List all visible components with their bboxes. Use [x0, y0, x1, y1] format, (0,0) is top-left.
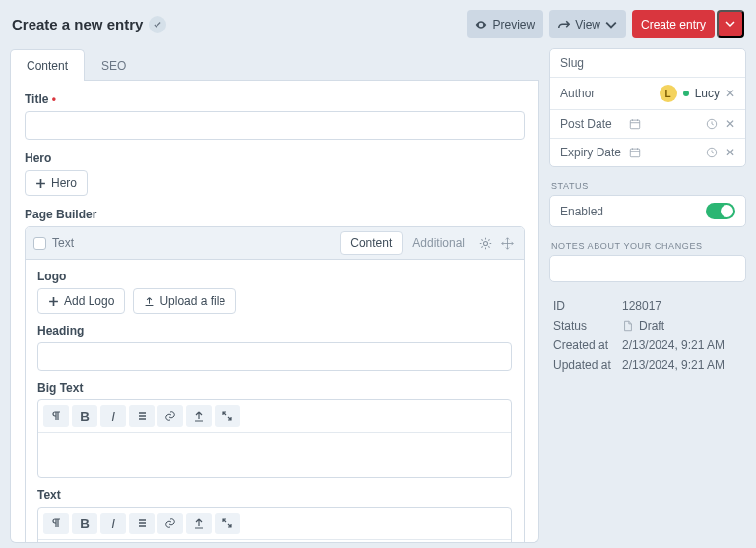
svg-rect-1 — [630, 120, 639, 129]
rte-upload-button[interactable] — [186, 405, 212, 427]
rte-link-button[interactable] — [158, 405, 183, 427]
upload-file-button[interactable]: Upload a file — [133, 288, 236, 314]
text-editor[interactable]: B I — [37, 507, 512, 543]
block-tab-additional[interactable]: Additional — [403, 232, 474, 254]
sidebar: Slug Author L Lucy ✕ Post Date ✕ — [549, 48, 746, 543]
rte-list-button[interactable] — [129, 513, 155, 534]
main-tabs: Content SEO — [10, 48, 539, 81]
updated-value: 2/13/2024, 9:21 AM — [622, 358, 742, 372]
tab-seo[interactable]: SEO — [85, 49, 143, 81]
close-icon[interactable]: ✕ — [725, 87, 735, 100]
rte-paragraph-button[interactable] — [43, 513, 69, 534]
author-name: Lucy — [695, 87, 720, 100]
svg-rect-3 — [630, 149, 639, 157]
preview-button[interactable]: Preview — [467, 10, 543, 38]
created-value: 2/13/2024, 9:21 AM — [622, 338, 742, 352]
plus-icon — [35, 178, 46, 189]
logo-label: Logo — [37, 270, 512, 283]
close-icon[interactable]: ✕ — [725, 117, 735, 131]
title-input[interactable] — [25, 111, 525, 140]
calendar-icon[interactable] — [629, 147, 641, 158]
expiry-label: Expiry Date — [560, 146, 621, 159]
rte-paragraph-button[interactable] — [43, 405, 69, 427]
chevron-down-icon — [605, 19, 617, 30]
status-heading: STATUS — [549, 175, 746, 195]
check-icon — [149, 16, 166, 33]
text-label: Text — [37, 488, 512, 502]
page-title: Create a new entry — [12, 16, 143, 32]
created-label: Created at — [553, 338, 622, 352]
block-tab-content[interactable]: Content — [340, 231, 403, 255]
entry-meta: ID 128017 Status Draft Created at 2/13/2… — [549, 294, 746, 377]
page-builder-label: Page Builder — [25, 208, 525, 221]
rte-italic-button[interactable]: I — [100, 513, 126, 534]
status-label: Status — [553, 319, 622, 333]
document-icon — [622, 320, 634, 332]
add-logo-button[interactable]: Add Logo — [37, 288, 125, 314]
create-entry-caret[interactable] — [717, 10, 744, 38]
rte-bold-button[interactable]: B — [72, 513, 97, 534]
plus-icon — [48, 296, 59, 307]
heading-input[interactable] — [37, 342, 512, 371]
svg-point-0 — [483, 241, 487, 245]
rte-upload-button[interactable] — [186, 513, 212, 534]
clock-icon[interactable] — [706, 118, 718, 130]
calendar-icon[interactable] — [629, 118, 641, 130]
id-label: ID — [553, 299, 622, 313]
eye-icon — [475, 19, 487, 30]
enabled-label: Enabled — [560, 205, 621, 218]
tab-content[interactable]: Content — [10, 49, 85, 81]
block-checkbox[interactable] — [33, 237, 46, 250]
add-hero-button[interactable]: Hero — [25, 170, 88, 196]
move-icon[interactable] — [496, 232, 518, 254]
rte-expand-button[interactable] — [215, 405, 240, 427]
notes-input[interactable] — [549, 255, 746, 282]
rte-link-button[interactable] — [158, 513, 183, 534]
header-actions: Preview View Create entry — [467, 10, 744, 38]
avatar: L — [660, 85, 677, 102]
notes-heading: NOTES ABOUT YOUR CHANGES — [549, 235, 746, 255]
close-icon[interactable]: ✕ — [725, 146, 735, 159]
status-dot-icon — [683, 91, 689, 96]
status-value: Draft — [639, 319, 664, 333]
heading-label: Heading — [37, 324, 512, 337]
block-type-label: Text — [52, 236, 74, 250]
hero-label: Hero — [25, 152, 525, 165]
create-entry-button[interactable]: Create entry — [632, 10, 715, 38]
rte-list-button[interactable] — [129, 405, 155, 427]
enabled-toggle[interactable] — [706, 203, 735, 219]
big-text-label: Big Text — [37, 381, 512, 395]
clock-icon[interactable] — [706, 147, 718, 158]
header: Create a new entry Preview View Create e… — [0, 0, 756, 48]
slug-label: Slug — [560, 56, 621, 70]
share-icon — [558, 19, 570, 30]
title-label: Title — [25, 92, 525, 106]
view-button[interactable]: View — [549, 10, 626, 38]
matrix-block-text: Text Content Additional — [25, 226, 525, 543]
rte-expand-button[interactable] — [215, 513, 240, 534]
updated-label: Updated at — [553, 358, 622, 372]
postdate-label: Post Date — [560, 117, 621, 131]
id-value: 128017 — [622, 299, 742, 313]
upload-icon — [144, 296, 155, 307]
chevron-down-icon — [725, 19, 735, 29]
rte-italic-button[interactable]: I — [100, 405, 126, 427]
author-label: Author — [560, 87, 621, 100]
big-text-editor[interactable]: B I — [37, 399, 512, 478]
rte-bold-button[interactable]: B — [72, 405, 97, 427]
gear-icon[interactable] — [474, 232, 496, 254]
